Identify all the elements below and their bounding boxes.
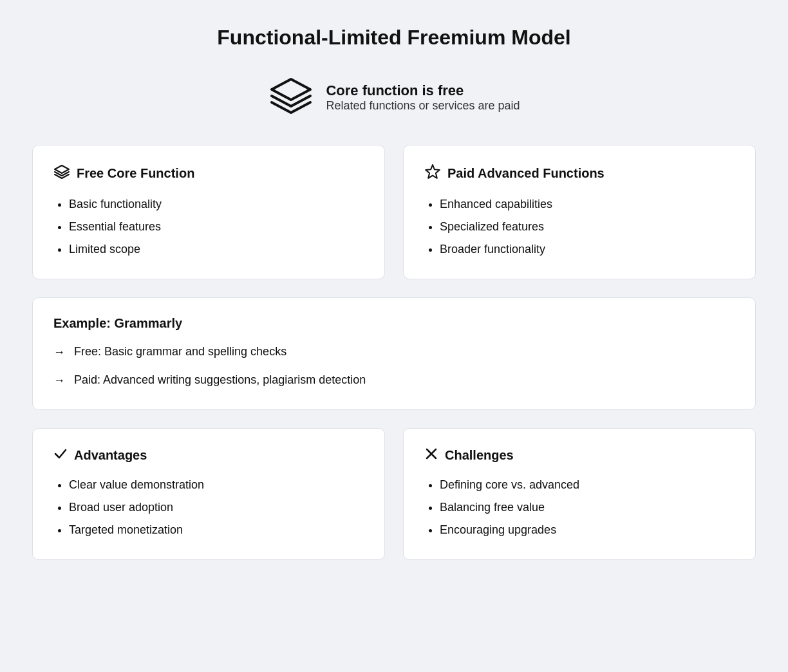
list-item: Targeted monetization [69,522,364,538]
advantages-heading: Advantages [74,448,147,463]
svg-marker-0 [272,79,310,100]
bottom-cards-row: Advantages Clear value demonstration Bro… [32,428,756,560]
paid-advanced-heading: Paid Advanced Functions [447,166,605,181]
list-item: Broader functionality [440,241,735,257]
challenges-header: Challenges [424,447,735,464]
list-item: Encouraging upgrades [440,522,735,538]
paid-advanced-card: Paid Advanced Functions Enhanced capabil… [403,145,756,279]
layers-icon [268,73,314,122]
arrow-right-icon: → [53,344,65,360]
list-item: Clear value demonstration [69,477,364,493]
paid-advanced-list: Enhanced capabilities Specialized featur… [424,196,735,258]
example-free-item: → Free: Basic grammar and spelling check… [53,344,735,360]
page-title: Functional-Limited Freemium Model [32,26,756,50]
challenges-list: Defining core vs. advanced Balancing fre… [424,477,735,539]
list-item: Broad user adoption [69,499,364,516]
list-item: Balancing free value [440,499,735,516]
example-title: Example: Grammarly [53,316,182,331]
x-icon [424,447,438,464]
free-core-heading: Free Core Function [77,166,194,181]
list-item: Limited scope [69,241,364,257]
challenges-heading: Challenges [445,448,514,463]
list-item: Enhanced capabilities [440,196,735,212]
check-icon [53,447,68,464]
advantages-list: Clear value demonstration Broad user ado… [53,477,364,539]
top-cards-row: Free Core Function Basic functionality E… [32,145,756,279]
hero-section: Core function is free Related functions … [32,73,756,122]
list-item: Defining core vs. advanced [440,477,735,493]
hero-title: Core function is free [326,82,520,99]
list-item: Specialized features [440,219,735,235]
star-icon [424,163,441,183]
example-free-text: Free: Basic grammar and spelling checks [74,344,286,360]
list-item: Essential features [69,219,364,235]
svg-marker-1 [55,165,69,173]
example-paid-item: → Paid: Advanced writing suggestions, pl… [53,372,735,389]
example-card: Example: Grammarly → Free: Basic grammar… [32,297,756,410]
advantages-card: Advantages Clear value demonstration Bro… [32,428,385,560]
free-core-list: Basic functionality Essential features L… [53,196,364,258]
advantages-header: Advantages [53,447,364,464]
free-core-header: Free Core Function [53,163,364,183]
list-item: Basic functionality [69,196,364,212]
layers-small-icon [53,163,70,183]
hero-subtitle: Related functions or services are paid [326,99,520,113]
example-paid-text: Paid: Advanced writing suggestions, plag… [74,372,366,388]
arrow-right-icon: → [53,373,65,389]
example-heading: Example: Grammarly [53,316,735,331]
hero-text: Core function is free Related functions … [326,82,520,113]
paid-advanced-header: Paid Advanced Functions [424,163,735,183]
free-core-card: Free Core Function Basic functionality E… [32,145,385,279]
challenges-card: Challenges Defining core vs. advanced Ba… [403,428,756,560]
